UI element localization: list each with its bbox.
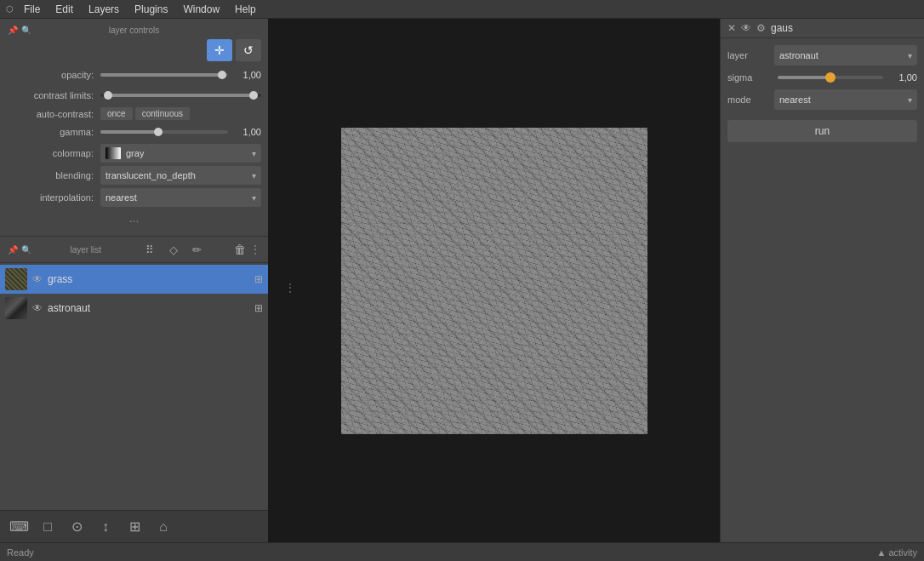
search2-icon[interactable]: 🔍 <box>20 243 32 255</box>
blending-value: translucent_no_depth <box>106 170 252 180</box>
right-panel: ✕ 👁 ⚙ gaus layer astronaut ▾ sigma <box>720 19 924 542</box>
layer-items: 👁 grass ⊞ 👁 astronaut ⊞ <box>0 263 268 510</box>
layer-controls: 📌 🔍 layer controls ✛ ↺ opacity: 1,00 <box>0 19 268 237</box>
menu-file[interactable]: File <box>17 2 47 17</box>
left-panel: 📌 🔍 layer controls ✛ ↺ opacity: 1,00 <box>0 19 268 542</box>
pin2-icon[interactable]: 📌 <box>7 243 19 255</box>
status-ready: Ready <box>7 547 34 558</box>
auto-contrast-label: auto-contrast: <box>7 109 100 119</box>
opacity-label: opacity: <box>7 70 100 80</box>
once-btn[interactable]: once <box>100 107 133 120</box>
interpolation-label: interpolation: <box>7 192 100 203</box>
interpolation-value: nearest <box>106 192 252 203</box>
pin-icon[interactable]: 📌 <box>7 24 19 36</box>
menu-edit[interactable]: Edit <box>48 2 80 17</box>
3d-btn[interactable]: ⊙ <box>65 515 88 539</box>
panel-sigma-slider[interactable] <box>778 76 883 79</box>
blending-label: blending: <box>7 170 100 180</box>
menu-layers[interactable]: Layers <box>82 2 126 17</box>
layer-item-grass[interactable]: 👁 grass ⊞ <box>0 265 268 294</box>
layer-thumbnail-astronaut <box>5 297 27 319</box>
menubar: ⬡ File Edit Layers Plugins Window Help <box>0 0 924 19</box>
shapes-tool-btn[interactable]: ◇ <box>163 240 184 259</box>
blending-select[interactable]: translucent_no_depth ▾ <box>100 166 261 185</box>
status-bar: Ready ▲ activity <box>0 542 924 561</box>
run-button[interactable]: run <box>727 120 917 142</box>
activity-link[interactable]: ▲ activity <box>876 547 917 558</box>
panel-sigma-value: 1,00 <box>892 72 917 83</box>
continuous-btn[interactable]: continuous <box>135 107 190 120</box>
move-tool-btn[interactable]: ✛ <box>207 39 232 61</box>
panel-mode-chevron-icon: ▾ <box>908 95 912 105</box>
layer-thumbnail-grass <box>5 268 27 290</box>
panel-layer-row: layer astronaut ▾ <box>727 45 917 66</box>
transform-tool-btn[interactable]: ↺ <box>236 39 261 61</box>
layer-tools: ⠿ ◇ ✏ 🗑 <box>140 240 247 259</box>
layer-list-menu-icon[interactable]: ⋮ <box>249 243 261 256</box>
menu-help[interactable]: Help <box>228 2 263 17</box>
drag-handle-left[interactable]: ⋮ <box>284 281 296 295</box>
colormap-select[interactable]: gray ▾ <box>100 144 261 163</box>
right-panel-body: layer astronaut ▾ sigma 1,00 mode n <box>721 38 924 149</box>
panel-layer-dropdown[interactable]: astronaut ▾ <box>774 45 917 66</box>
home-btn[interactable]: ⌂ <box>151 515 175 539</box>
search-icon[interactable]: 🔍 <box>20 24 32 36</box>
panel-close-btn[interactable]: ✕ <box>727 22 736 34</box>
gamma-label: gamma: <box>7 127 100 137</box>
layer-name-grass: grass <box>48 273 254 285</box>
layer-name-astronaut: astronaut <box>48 302 254 314</box>
panel-gear-btn[interactable]: ⚙ <box>756 22 766 34</box>
panel-mode-row: mode nearest ▾ <box>727 89 917 110</box>
panel-mode-dropdown[interactable]: nearest ▾ <box>774 89 917 110</box>
gamma-slider[interactable] <box>100 130 228 134</box>
plugin-name: gaus <box>771 22 917 34</box>
panel-sigma-label: sigma <box>727 72 774 83</box>
panel-layer-label: layer <box>727 50 774 60</box>
colormap-label: colormap: <box>7 148 100 158</box>
canvas-area[interactable]: ⋮ ⋮ <box>268 19 720 542</box>
panel-mode-label: mode <box>727 94 774 105</box>
blending-chevron-icon: ▾ <box>252 171 256 180</box>
points-tool-btn[interactable]: ⠿ <box>140 240 160 259</box>
panel-mode-value: nearest <box>779 94 908 105</box>
opacity-value: 1,00 <box>231 70 261 80</box>
visibility-astronaut-icon[interactable]: 👁 <box>32 302 43 314</box>
panel-eye-btn[interactable]: 👁 <box>741 22 751 34</box>
interpolation-chevron-icon: ▾ <box>252 193 256 203</box>
contrast-slider[interactable] <box>100 94 261 97</box>
drag-handle-right[interactable]: ⋮ <box>499 281 511 295</box>
more-dots[interactable]: ··· <box>7 210 261 231</box>
right-panel-header: ✕ 👁 ⚙ gaus <box>721 19 924 38</box>
console-btn[interactable]: ⌨ <box>7 515 31 539</box>
layer-type-astronaut-icon: ⊞ <box>254 302 263 314</box>
app-icon: ⬡ <box>3 3 15 15</box>
bottom-toolbar: ⌨ □ ⊙ ↕ ⊞ ⌂ <box>0 510 268 542</box>
visibility-grass-icon[interactable]: 👁 <box>32 273 43 285</box>
gamma-value: 1,00 <box>231 127 261 137</box>
labels-tool-btn[interactable]: ✏ <box>187 240 208 259</box>
delete-layer-btn[interactable]: 🗑 <box>234 243 246 256</box>
canvas-image <box>341 128 647 434</box>
panel-layer-value: astronaut <box>779 50 908 60</box>
grid-btn[interactable]: ↕ <box>94 515 117 539</box>
layer-controls-title: layer controls <box>32 26 236 35</box>
colormap-swatch <box>106 147 121 159</box>
colormap-chevron-icon: ▾ <box>252 149 256 158</box>
panel-sigma-row: sigma 1,00 <box>727 72 917 83</box>
colormap-name: gray <box>126 148 252 158</box>
layer-list-section: 📌 🔍 layer list ⠿ ◇ ✏ 🗑 ⋮ 👁 grass <box>0 237 268 542</box>
panel-layer-chevron-icon: ▾ <box>908 51 912 60</box>
layer-type-grass-icon: ⊞ <box>254 273 263 285</box>
layer-list-header: 📌 🔍 layer list ⠿ ◇ ✏ 🗑 ⋮ <box>0 237 268 263</box>
interpolation-select[interactable]: nearest ▾ <box>100 188 261 207</box>
menu-window[interactable]: Window <box>176 2 226 17</box>
layer-list-title: layer list <box>32 245 140 255</box>
menu-plugins[interactable]: Plugins <box>128 2 174 17</box>
contrast-label: contrast limits: <box>7 90 100 100</box>
layer-item-astronaut[interactable]: 👁 astronaut ⊞ <box>0 294 268 323</box>
screenshot-btn[interactable]: □ <box>36 515 60 539</box>
tiles-btn[interactable]: ⊞ <box>123 515 146 539</box>
opacity-slider[interactable] <box>100 73 228 77</box>
